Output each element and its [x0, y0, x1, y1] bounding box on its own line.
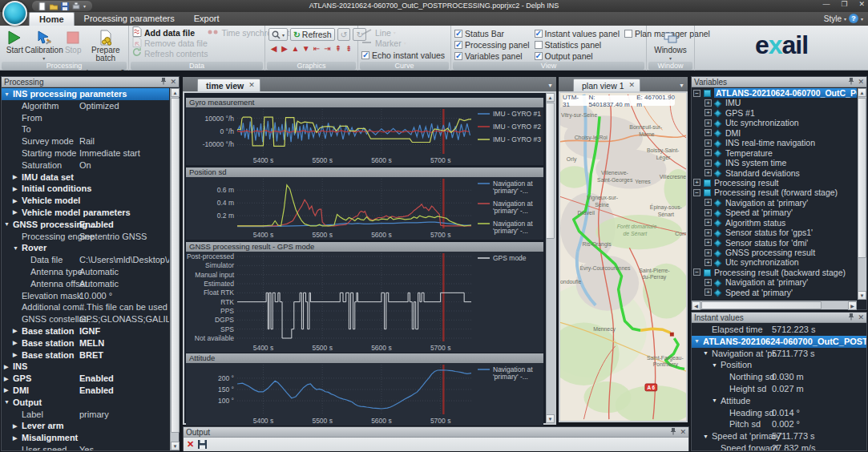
tabstrip-dropdown-icon[interactable]: ▼ [547, 83, 556, 91]
pin-icon[interactable] [670, 428, 676, 437]
property-row[interactable]: Labelprimary [2, 409, 169, 421]
minimize-button[interactable]: — [822, 0, 830, 8]
tab-export[interactable]: Export [184, 12, 229, 26]
expand-arrow-icon[interactable]: ▶ [13, 352, 17, 358]
property-row[interactable]: ▶Lever arm [2, 420, 169, 432]
expand-icon[interactable]: + [704, 149, 712, 156]
status-bar-checkbox[interactable]: Status Bar [454, 28, 530, 38]
expand-icon[interactable]: + [704, 249, 712, 256]
expand-icon[interactable]: + [704, 199, 712, 206]
pan-left-icon[interactable]: ◀ [268, 44, 279, 53]
collapse-arrow-icon[interactable]: ▼ [13, 245, 18, 251]
remove-data-file-button[interactable]: Remove data file [132, 38, 208, 48]
expand-arrow-icon[interactable]: ▶ [13, 209, 17, 216]
property-row[interactable]: User speedYes [2, 444, 169, 450]
property-row[interactable]: Speed forward27.832 m/s [692, 442, 866, 450]
refresh-graphics-button[interactable]: ↻Refresh [290, 28, 335, 41]
collapse-icon[interactable]: − [693, 268, 700, 276]
pan-up-icon[interactable]: ▲ [290, 44, 301, 53]
expand-arrow-icon[interactable]: ▶ [4, 387, 8, 393]
property-row[interactable]: GNSS constellati...GPS;GLONASS;GALILEO;B… [2, 313, 169, 325]
property-row[interactable]: ▼GNSS processing ...Enabled [2, 219, 169, 231]
add-data-file-button[interactable]: Add data file [132, 27, 208, 38]
variable-tree-row[interactable]: −Processing result (backward stage) [692, 268, 857, 277]
variable-tree-row[interactable]: +Sensor status for 'dmi' [692, 238, 857, 248]
chart-plot[interactable]: 10000 °/h0 °/h-10000 °/h5400 s5500 s5600… [186, 107, 543, 165]
help-icon[interactable]: ? [849, 14, 858, 23]
pin-icon[interactable] [848, 313, 854, 322]
property-row[interactable]: Processing engineSeptentrio GNSS [2, 231, 169, 243]
expand-arrow-icon[interactable]: ▶ [4, 364, 8, 370]
statistics-panel-checkbox[interactable]: Statistics panel [535, 39, 620, 50]
processing-scrollbar[interactable]: ▲ ▼ [170, 88, 179, 450]
expand-arrow-icon[interactable]: ▶ [13, 186, 17, 192]
save-output-button[interactable] [198, 438, 207, 452]
close-icon[interactable]: ✕ [858, 314, 864, 321]
expand-icon[interactable]: + [704, 119, 712, 127]
expand-icon[interactable]: + [704, 159, 712, 167]
refresh-contents-button[interactable]: Refresh contents [132, 48, 208, 59]
tab-close-icon[interactable]: ✕ [629, 81, 636, 91]
property-row[interactable]: Antenna offsetAutomatic [2, 278, 169, 290]
close-button[interactable]: ✕ [858, 0, 865, 8]
property-row[interactable]: ▼ATLANS-20210624-060700_OutC_POSTPROCESS… [692, 336, 866, 348]
property-row[interactable]: ▶Base stationMELN [2, 337, 169, 349]
property-row[interactable]: Elevation mask10.000 ° [2, 290, 169, 302]
property-row[interactable]: ▶Vehicle model parameters [2, 207, 169, 219]
variable-tree-row[interactable]: −Processing result (forward stage) [692, 188, 857, 197]
expand-icon[interactable]: + [704, 139, 712, 147]
property-row[interactable]: ▶Vehicle model [2, 195, 169, 207]
property-row[interactable]: ▼Speed at 'primary'5711.773 s [692, 430, 866, 442]
charts-scrollbar[interactable]: ▲ ▼ [546, 93, 555, 423]
variable-tree-row[interactable]: +Utc synchronization [692, 118, 857, 127]
scale-y-down-icon[interactable]: ⇟ [344, 44, 354, 53]
map-canvas[interactable]: Vitry-sur-SeineBonneuil-sur-MarneChoisy-… [560, 93, 686, 421]
expand-icon[interactable]: + [704, 209, 712, 216]
maximize-button[interactable]: ❐ [841, 0, 847, 8]
variable-tree-row[interactable]: +Processing result [692, 178, 857, 188]
variable-tree-row[interactable]: +GNSS processing result [692, 248, 857, 257]
variable-tree-row[interactable]: +Navigation at 'primary' [692, 198, 857, 208]
tab-processing-parameters[interactable]: Processing parameters [75, 12, 184, 26]
pin-icon[interactable] [848, 78, 854, 87]
chart-plot[interactable]: 200 °150 °100 °5400 s5500 s5600 s5700 sN… [186, 363, 543, 426]
collapse-arrow-icon[interactable]: ▼ [703, 434, 709, 439]
expand-icon[interactable]: + [704, 99, 712, 107]
close-icon[interactable]: ✕ [680, 429, 686, 436]
variable-tree-row[interactable]: +Standard deviations [692, 168, 857, 178]
scale-x-max-icon[interactable]: ⇥ [322, 44, 333, 53]
style-selector[interactable]: Style ▾ ? ▾ [824, 14, 863, 23]
property-row[interactable]: ▶Initial conditions [2, 183, 169, 195]
expand-arrow-icon[interactable]: ▶ [4, 376, 8, 382]
pan-right-icon[interactable]: ▶ [279, 44, 289, 53]
expand-icon[interactable]: + [704, 229, 712, 236]
property-row[interactable]: From [2, 112, 169, 124]
property-row[interactable]: Heading sd0.014 ° [692, 407, 866, 419]
output-panel-checkbox[interactable]: Output panel [535, 50, 620, 61]
expand-icon[interactable]: + [704, 129, 712, 136]
variable-tree-row[interactable]: +Algorithm status [692, 218, 857, 228]
variable-tree-row[interactable]: +Utc synchronization [692, 257, 857, 267]
variable-tree-row[interactable]: −ATLANS-20210624-060700_OutC_POSTPROCESS… [692, 88, 857, 98]
expand-arrow-icon[interactable]: ▶ [13, 423, 17, 430]
clear-output-button[interactable]: ✕ [187, 439, 194, 450]
property-row[interactable]: Pitch sd0.002 ° [692, 418, 866, 430]
expand-arrow-icon[interactable]: ▶ [13, 435, 17, 442]
property-row[interactable]: ▼Output [2, 397, 169, 409]
collapse-arrow-icon[interactable]: ▼ [4, 399, 10, 405]
close-icon[interactable]: ✕ [858, 79, 864, 86]
property-row[interactable]: ▶Base stationBRET [2, 349, 169, 361]
variables-hscrollbar[interactable]: ◀ ▶ [692, 301, 857, 309]
variable-tree-row[interactable]: +Speed at 'primary' [692, 288, 857, 297]
tabstrip-dropdown-icon[interactable]: ▼ [679, 83, 688, 91]
variable-tree-row[interactable]: +IMU [692, 98, 857, 107]
echo-instant-values-checkbox[interactable]: Echo instant values [361, 50, 447, 60]
tab-home[interactable]: Home [29, 12, 75, 26]
expand-icon[interactable]: + [704, 259, 712, 266]
property-row[interactable]: Starting modeImmediate start [2, 147, 169, 159]
variable-tree-row[interactable]: +DMI [692, 128, 857, 138]
collapse-arrow-icon[interactable]: ▼ [4, 221, 10, 227]
processing-panel-checkbox[interactable]: Processing panel [454, 39, 530, 50]
variable-tree-row[interactable]: +INS real-time navigation [692, 138, 857, 147]
property-row[interactable]: ▶Misalignment [2, 432, 169, 444]
